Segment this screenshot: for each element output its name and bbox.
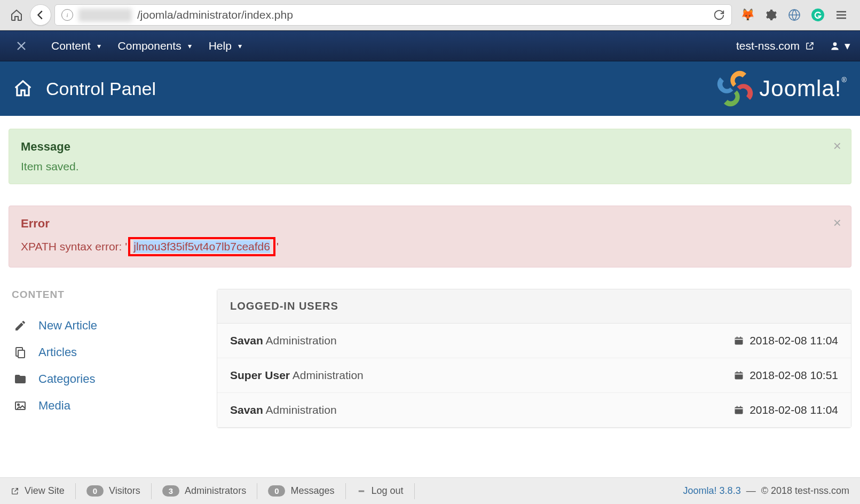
joomla-logo: Joomla!® — [716, 70, 847, 107]
user-icon — [830, 41, 840, 51]
nav-site-link[interactable]: test-nss.com — [736, 40, 820, 52]
module-title: LOGGED-IN USERS — [217, 289, 851, 324]
copyright-text: © 2018 test-nss.com — [761, 485, 849, 496]
close-icon[interactable]: × — [833, 216, 841, 230]
svg-rect-8 — [735, 407, 743, 414]
alert-success-title: Message — [21, 140, 824, 154]
table-row[interactable]: Super User Administration 2018-02-08 10:… — [217, 358, 851, 393]
footer-version: Joomla! 3.8.3 — © 2018 test-nss.com — [683, 485, 860, 497]
version-link[interactable]: Joomla! 3.8.3 — [683, 485, 741, 496]
url-path: /joomla/administrator/index.php — [137, 9, 293, 21]
external-link-icon — [11, 487, 19, 495]
quick-articles[interactable]: Articles — [9, 339, 206, 366]
quick-item-label: Media — [38, 399, 70, 413]
footer-admins[interactable]: 3 Administrators — [152, 483, 257, 499]
reload-icon[interactable] — [713, 9, 725, 21]
quick-links: CONTENT New Article Articles — [9, 289, 217, 419]
external-link-icon — [805, 41, 815, 51]
alert-error-text: XPATH syntax error: ' jlmou3f35if5vt4o7l… — [21, 237, 824, 256]
row-time: 2018-02-08 11:04 — [749, 334, 838, 347]
extension-icons: 🦊 — [735, 8, 854, 22]
nav-user-menu[interactable]: ▾ — [820, 40, 860, 52]
minus-icon — [357, 486, 366, 496]
quick-categories[interactable]: Categories — [9, 366, 206, 392]
url-obscured: xxxxxxxx — [78, 9, 132, 22]
menu-icon[interactable] — [834, 8, 848, 22]
quick-media[interactable]: Media — [9, 392, 206, 419]
page-title: Control Panel — [46, 78, 156, 99]
pencil-icon — [13, 319, 28, 332]
content-area: × Message Item saved. × Error XPATH synt… — [0, 116, 860, 471]
row-time: 2018-02-08 11:04 — [749, 404, 838, 416]
quick-heading: CONTENT — [9, 289, 206, 301]
table-row[interactable]: Savan Administration 2018-02-08 11:04 — [217, 324, 851, 358]
image-icon — [13, 399, 28, 412]
badge-count: 3 — [162, 485, 179, 497]
footer-visitors[interactable]: 0 Visitors — [76, 483, 152, 499]
home-icon[interactable] — [6, 5, 27, 25]
footer-bar: View Site 0 Visitors 3 Administrators 0 … — [0, 477, 860, 504]
svg-rect-9 — [358, 490, 364, 492]
nav-content[interactable]: Content — [43, 31, 109, 61]
footer-logout[interactable]: Log out — [346, 483, 415, 499]
quick-new-article[interactable]: New Article — [9, 312, 206, 339]
svg-rect-7 — [735, 372, 743, 379]
svg-rect-6 — [735, 337, 743, 344]
alert-success: × Message Item saved. — [9, 129, 851, 184]
alert-success-text: Item saved. — [21, 160, 824, 173]
admin-nav: Content Components Help test-nss.com ▾ — [0, 30, 860, 61]
badge-count: 0 — [86, 485, 104, 497]
alert-error-title: Error — [21, 217, 824, 231]
info-icon[interactable]: i — [61, 9, 73, 21]
page-header: Control Panel Joomla!® — [0, 61, 860, 116]
quick-item-label: New Article — [38, 319, 97, 333]
row-time: 2018-02-08 10:51 — [749, 369, 838, 382]
browser-chrome: i xxxxxxxx /joomla/administrator/index.p… — [0, 0, 860, 30]
back-button[interactable] — [30, 4, 51, 26]
calendar-icon — [733, 370, 744, 381]
joomla-icon[interactable] — [10, 34, 33, 58]
copy-icon — [13, 346, 28, 359]
footer-messages[interactable]: 0 Messages — [257, 483, 345, 499]
close-icon[interactable]: × — [833, 139, 841, 153]
calendar-icon — [733, 405, 744, 415]
error-code: jlmou3f35if5vt4o7lb7ceafd6 — [133, 240, 270, 253]
svg-point-5 — [18, 404, 19, 406]
svg-point-2 — [833, 42, 837, 46]
globe-icon[interactable] — [787, 8, 801, 22]
caret-down-icon: ▾ — [845, 40, 850, 52]
footer-view-site[interactable]: View Site — [0, 483, 76, 499]
nav-help[interactable]: Help — [200, 31, 250, 61]
quick-item-label: Categories — [38, 372, 95, 386]
home-outline-icon — [13, 78, 33, 99]
folder-icon — [13, 373, 28, 385]
calendar-icon — [733, 335, 744, 346]
gear-icon[interactable] — [764, 8, 778, 22]
svg-point-1 — [811, 9, 824, 21]
badge-count: 0 — [268, 485, 285, 497]
url-bar[interactable]: i xxxxxxxx /joomla/administrator/index.p… — [54, 4, 732, 26]
quick-item-label: Articles — [38, 345, 77, 359]
grammarly-icon[interactable] — [811, 8, 825, 22]
logged-in-users-module: LOGGED-IN USERS Savan Administration 201… — [217, 289, 851, 428]
fox-icon[interactable]: 🦊 — [740, 8, 754, 22]
nav-components[interactable]: Components — [109, 31, 200, 61]
svg-rect-3 — [18, 350, 25, 358]
alert-error: × Error XPATH syntax error: ' jlmou3f35i… — [9, 206, 851, 267]
table-row[interactable]: Savan Administration 2018-02-08 11:04 — [217, 393, 851, 428]
error-highlight: jlmou3f35if5vt4o7lb7ceafd6 — [128, 237, 275, 256]
